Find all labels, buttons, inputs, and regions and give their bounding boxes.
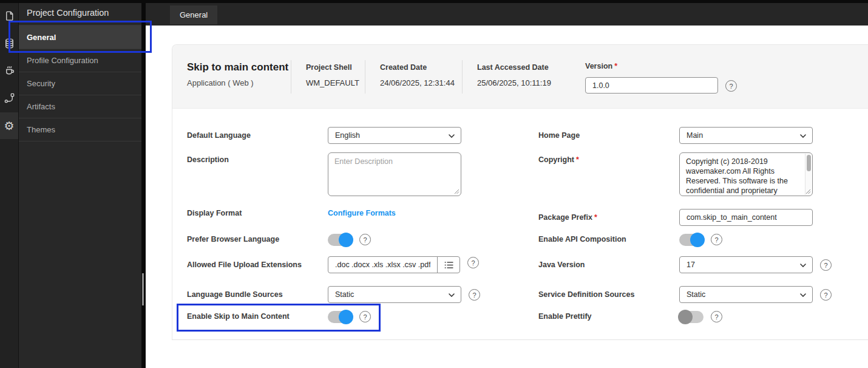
panel-scrollbar-thumb[interactable] bbox=[142, 273, 144, 305]
project-configuration-screen: ⚙ Project Configuration General Profile … bbox=[0, 0, 868, 368]
package-prefix-input[interactable] bbox=[679, 209, 813, 226]
language-bundle-sources-select[interactable]: Static bbox=[328, 286, 461, 303]
allowed-file-upload-extensions-help-icon[interactable]: ? bbox=[467, 257, 479, 268]
project-configuration-panel: Project Configuration General Profile Co… bbox=[18, 0, 141, 368]
allowed-file-upload-extensions-label: Allowed File Upload Extensions bbox=[187, 256, 328, 269]
enable-api-composition-row: Enable API Composition ? bbox=[538, 233, 722, 246]
service-definition-sources-select[interactable]: Static bbox=[679, 286, 813, 303]
top-bar: General bbox=[146, 0, 868, 26]
default-language-select[interactable]: English bbox=[328, 127, 461, 144]
settings-gear-icon[interactable]: ⚙ bbox=[0, 117, 18, 135]
enable-skip-to-main-content-help-icon[interactable]: ? bbox=[359, 311, 371, 322]
language-bundle-sources-help-icon[interactable]: ? bbox=[469, 289, 480, 301]
resize-handle-icon[interactable] bbox=[805, 189, 811, 194]
extensions-list-button[interactable] bbox=[437, 256, 460, 273]
last-accessed-date-value: 25/06/2025, 10:11:19 bbox=[477, 78, 551, 87]
copyright-row: Copyright* Copyright (c) 2018-2019 wavem… bbox=[538, 152, 813, 196]
default-language-row: Default Language English bbox=[187, 127, 461, 144]
chevron-down-icon bbox=[800, 134, 806, 138]
home-page-label: Home Page bbox=[538, 127, 679, 140]
panel-scrollbar bbox=[141, 0, 146, 368]
allowed-file-upload-extensions-row: Allowed File Upload Extensions ? bbox=[187, 256, 479, 273]
last-accessed-date-label: Last Accessed Date bbox=[477, 63, 549, 72]
enable-prettify-row: Enable Prettify ? bbox=[538, 310, 722, 323]
enable-skip-to-main-content-label: Enable Skip to Main Content bbox=[187, 310, 328, 321]
description-row: Description Enter Description bbox=[187, 152, 461, 196]
home-page-row: Home Page Main bbox=[538, 127, 813, 144]
sidebar-item-general[interactable]: General bbox=[19, 26, 141, 49]
header-divider bbox=[462, 60, 463, 94]
resize-handle-icon[interactable] bbox=[454, 189, 459, 194]
created-date-label: Created Date bbox=[380, 63, 427, 72]
display-format-row: Display Format Configure Formats bbox=[187, 209, 396, 217]
copyright-textarea[interactable]: Copyright (c) 2018-2019 wavemaker.com Al… bbox=[679, 152, 813, 196]
created-date-value: 24/06/2025, 12:31:44 bbox=[380, 78, 455, 87]
project-summary-header: Skip to main content Application ( Web )… bbox=[172, 45, 868, 109]
database-icon[interactable] bbox=[0, 34, 18, 52]
header-divider bbox=[291, 60, 291, 94]
configure-formats-link[interactable]: Configure Formats bbox=[328, 209, 396, 217]
apis-icon[interactable] bbox=[0, 89, 18, 107]
required-asterisk: * bbox=[576, 155, 579, 164]
chevron-down-icon bbox=[449, 293, 455, 297]
project-shell-label: Project Shell bbox=[306, 63, 352, 72]
panel-title: Project Configuration bbox=[19, 0, 141, 26]
prefer-browser-language-row: Prefer Browser Language ? bbox=[187, 233, 371, 246]
service-definition-sources-row: Service Definition Sources Static ? bbox=[538, 286, 832, 303]
required-asterisk: * bbox=[614, 62, 617, 70]
icon-rail: ⚙ bbox=[0, 0, 18, 368]
main-content: Skip to main content Application ( Web )… bbox=[146, 26, 868, 368]
sidebar-item-security[interactable]: Security bbox=[19, 72, 141, 95]
home-page-select[interactable]: Main bbox=[679, 127, 813, 144]
enable-skip-to-main-content-row: Enable Skip to Main Content ? bbox=[187, 310, 371, 323]
project-title: Skip to main content bbox=[187, 61, 288, 73]
sidebar-item-themes[interactable]: Themes bbox=[19, 118, 141, 141]
version-help-icon[interactable]: ? bbox=[725, 80, 737, 92]
java-version-select[interactable]: 17 bbox=[679, 256, 813, 273]
tab-general[interactable]: General bbox=[170, 5, 217, 24]
prefer-browser-language-help-icon[interactable]: ? bbox=[359, 234, 371, 245]
java-version-label: Java Version bbox=[538, 256, 679, 269]
project-subtitle: Application ( Web ) bbox=[187, 78, 254, 87]
default-language-label: Default Language bbox=[187, 127, 328, 140]
java-services-icon[interactable] bbox=[0, 61, 18, 79]
list-icon bbox=[444, 261, 453, 269]
general-settings-card: Skip to main content Application ( Web )… bbox=[172, 44, 868, 340]
form-column-left: Default Language English Description Ent… bbox=[187, 109, 509, 340]
service-definition-sources-help-icon[interactable]: ? bbox=[820, 289, 832, 301]
enable-skip-to-main-content-toggle[interactable] bbox=[328, 311, 352, 323]
pages-icon[interactable] bbox=[0, 7, 18, 25]
enable-api-composition-label: Enable API Composition bbox=[538, 233, 679, 244]
enable-api-composition-toggle[interactable] bbox=[679, 234, 704, 246]
top-dark-strip bbox=[0, 0, 868, 3]
header-divider bbox=[365, 60, 365, 94]
enable-prettify-toggle[interactable] bbox=[679, 311, 704, 323]
language-bundle-sources-row: Language Bundle Sources Static ? bbox=[187, 286, 480, 303]
settings-form: Default Language English Description Ent… bbox=[172, 109, 868, 340]
chevron-down-icon bbox=[449, 134, 455, 138]
project-shell-value: WM_DEFAULT bbox=[306, 78, 359, 87]
description-textarea[interactable]: Enter Description bbox=[328, 152, 461, 196]
version-input[interactable] bbox=[585, 77, 718, 94]
package-prefix-label: Package Prefix* bbox=[538, 209, 679, 222]
enable-api-composition-help-icon[interactable]: ? bbox=[711, 234, 722, 245]
copyright-text: Copyright (c) 2018-2019 wavemaker.com Al… bbox=[686, 157, 800, 196]
prefer-browser-language-toggle[interactable] bbox=[328, 234, 352, 246]
copyright-label: Copyright* bbox=[538, 152, 679, 164]
sidebar-item-profile-configuration[interactable]: Profile Configuration bbox=[19, 49, 141, 72]
prefer-browser-language-label: Prefer Browser Language bbox=[187, 233, 328, 244]
description-label: Description bbox=[187, 152, 328, 164]
allowed-file-upload-extensions-input[interactable] bbox=[328, 256, 438, 273]
java-version-row: Java Version 17 ? bbox=[538, 256, 832, 273]
java-version-help-icon[interactable]: ? bbox=[820, 259, 832, 271]
copyright-scrollbar-thumb[interactable] bbox=[807, 155, 811, 171]
description-placeholder: Enter Description bbox=[334, 157, 393, 166]
form-column-right: Home Page Main Copyright* Copyright (c) … bbox=[538, 109, 860, 340]
sidebar-item-artifacts[interactable]: Artifacts bbox=[19, 95, 141, 118]
version-label: Version* bbox=[585, 62, 617, 70]
language-bundle-sources-label: Language Bundle Sources bbox=[187, 286, 328, 299]
enable-prettify-label: Enable Prettify bbox=[538, 310, 679, 321]
service-definition-sources-label: Service Definition Sources bbox=[538, 286, 679, 299]
chevron-down-icon bbox=[800, 264, 806, 267]
enable-prettify-help-icon[interactable]: ? bbox=[711, 311, 722, 322]
